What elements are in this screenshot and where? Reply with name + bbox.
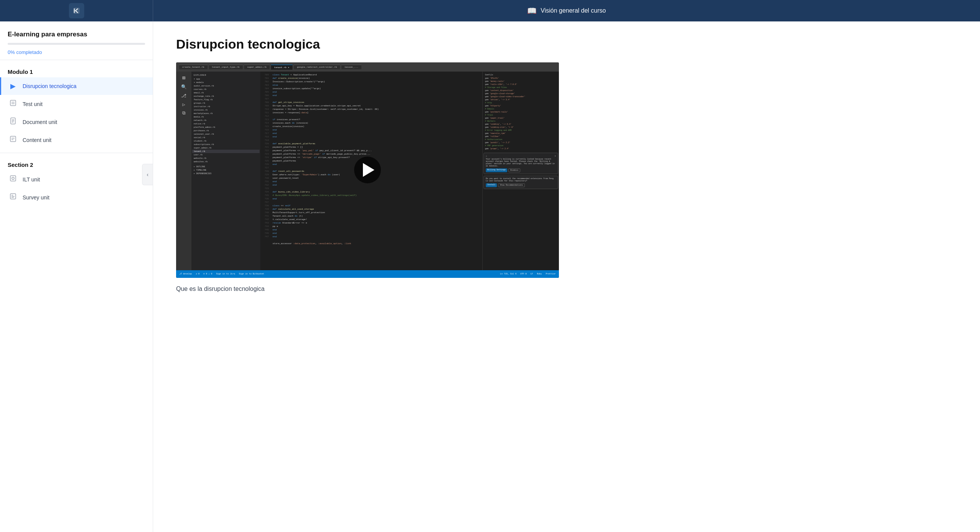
extensions-actions: Install Show Recommendations [486, 183, 556, 187]
top-nav: 📖 Visión general del curso [0, 0, 980, 21]
gem-paper-trail: gem 'paper_trail' [483, 117, 558, 120]
vscode-file-purchases: purchases.rb [192, 129, 260, 132]
survey-icon [9, 193, 17, 202]
sidebar-item-label-iltunit: ILT unit [23, 176, 40, 183]
gem-comment-auth: # Authorization [483, 138, 558, 141]
vscode-file-website: website.rb [192, 157, 260, 160]
line-ending: LF [531, 273, 533, 275]
vscode-file-network: network.rb [192, 119, 260, 122]
extensions-text: Do you want to install the recommended e… [486, 178, 556, 182]
gem-rails-i18n: gem 'rails-i18n', '~> 7.0.6' [483, 83, 558, 86]
gem-httparty: gem 'httparty' [483, 104, 558, 108]
notification-close[interactable]: ✕ [555, 155, 556, 157]
git-icon: ⎇ [181, 93, 186, 99]
search-sidebar-icon: 🔍 [181, 84, 187, 90]
gemfile-title: Gemfile [483, 73, 558, 77]
ilt-icon [9, 175, 17, 184]
vscode-file-instructor: instructor.rb [192, 105, 260, 108]
vscode-folder-deps: ▸ DEPENDENCIES [192, 172, 260, 175]
gem-comment-trail: # Trail [483, 114, 558, 117]
tab-google-redirect: google_redirect_controller.rb [294, 65, 340, 69]
svg-rect-1 [10, 100, 16, 106]
gem-comment-apm: # Error logging and APM [483, 129, 558, 132]
svg-rect-11 [10, 176, 16, 181]
vscode-file-app: ▾ app [192, 77, 260, 81]
content-title: Disrupcion tecnologica [176, 37, 957, 52]
back-button[interactable] [69, 3, 84, 18]
show-recommendations-button[interactable]: Show Recommendations [498, 183, 525, 187]
sidebar: E-learning para empresas 0% completado M… [0, 21, 153, 532]
gem-sidekiq-cron: gem 'sidekiq-cron', '< 8' [483, 126, 558, 129]
billing-notification: ⚠ ✕ Your account's billing is currently … [483, 153, 558, 174]
install-button[interactable]: Install [486, 183, 497, 187]
tab-lesson: lesson_... [341, 65, 361, 69]
sidebar-item-surveyunit[interactable]: Survey unit [0, 188, 153, 206]
tab-tenant-input: tenant_input_type.rb [209, 65, 243, 69]
course-title: E-learning para empresas [0, 21, 153, 41]
gem-comment-emails: # Emails [483, 108, 558, 111]
gem-comment-pdf: # PDF generation [483, 144, 558, 147]
gem-gcs-video: gem 'google-cloud-video-transcoder' [483, 95, 558, 98]
vscode-folder-outline: ▸ OUTLINE [192, 165, 260, 168]
vscode-file-tenant: tenant.rb [192, 150, 260, 153]
content-description: Que es la disrupcion tecnologica [176, 286, 957, 292]
vscode-folder-timeline: ▸ TIMELINE [192, 168, 260, 172]
jira-signin: Sign in to Jira [216, 273, 235, 275]
play-triangle-icon [363, 163, 374, 177]
vscode-file-social: social.rb [192, 136, 260, 139]
explorer-title: EXPLORER [192, 73, 260, 77]
vscode-file-subscriptions: subscriptions.rb [192, 143, 260, 146]
sidebar-item-testunit[interactable]: Test unit [0, 95, 153, 113]
progress-label: 0% completado [0, 48, 153, 60]
vscode-file-user: user.rb [192, 153, 260, 157]
billing-text: Your account's billing is currently lock… [486, 158, 556, 167]
sidebar-collapse-button[interactable]: ‹ [142, 164, 153, 185]
billing-settings-button[interactable]: Billing Settings [486, 168, 507, 172]
gem-comment-workers: # Workers [483, 120, 558, 123]
gem-money-rails: gem 'money-rails' [483, 80, 558, 83]
explorer-icon: ⊞ [182, 75, 185, 81]
gem-shrine: gem 'shrine', '~> 3.4' [483, 98, 558, 101]
svg-point-12 [12, 177, 14, 180]
vscode-file-superadmin: super_admin.rb [192, 146, 260, 150]
sidebar-item-iltunit[interactable]: ILT unit [0, 170, 153, 188]
gem-newrelic: gem 'newrelic_rpm' [483, 132, 558, 135]
progress-bar-track [8, 43, 145, 45]
section-1-header: Modulo 1 [0, 63, 153, 77]
encoding: UTF-8 [520, 273, 527, 275]
tab-tenant: tenant.rb ✕ [271, 65, 292, 70]
extensions-icon: ⧉ [182, 111, 186, 116]
vscode-file-groups: groups.rb [192, 101, 260, 105]
nav-right-section: 📖 Visión general del curso [153, 6, 980, 15]
gem-pundit: gem 'pundit', '~> 2.2' [483, 141, 558, 144]
extensions-notification: Do you want to install the recommended e… [483, 176, 558, 189]
vscode-file-email: email.rb [192, 91, 260, 95]
video-screenshot: create_tenant.rb tenant_input_type.rb su… [176, 62, 559, 278]
sidebar-item-disrupcion[interactable]: ▶ Disrupcion tecnologica [0, 77, 153, 95]
sidebar-item-label-documentunit: Document unit [23, 119, 57, 125]
sidebar-item-label-disrupcion: Disrupcion tecnologica [23, 83, 77, 89]
prettier: Prettier [546, 273, 556, 275]
vscode-file-notice: notice.rb [192, 122, 260, 126]
vscode-explorer: EXPLORER ▾ app ▾ models audit_version.rb… [191, 72, 260, 270]
sidebar-item-documentunit[interactable]: Document unit [0, 113, 153, 131]
divider-1 [0, 60, 153, 60]
play-button[interactable] [354, 157, 381, 183]
play-icon: ▶ [9, 82, 17, 90]
billing-dismiss-button[interactable]: Dismiss [508, 168, 520, 172]
gem-prawn: gem 'prawn', '~> 2.4' [483, 147, 558, 150]
gem-postmark: gem 'postmark-rails' [483, 111, 558, 114]
sidebar-item-label-testunit: Test unit [23, 101, 42, 107]
tab-super-admin: super_admin.rb [244, 65, 270, 69]
vscode-file-models: ▾ models [192, 81, 260, 84]
vscode-file-courses: courses.rb [192, 88, 260, 91]
sidebar-item-contentunit[interactable]: Content unit [0, 131, 153, 149]
vscode-file-feature: feature_flag.rb [192, 98, 260, 101]
vscode-file-exchange: exchange_rate.rb [192, 95, 260, 98]
line-col: Ln 715, Col 6 [500, 273, 516, 275]
divider-2 [0, 153, 153, 153]
video-player[interactable]: create_tenant.rb tenant_input_type.rb su… [176, 62, 559, 278]
book-icon: 📖 [527, 6, 537, 15]
gem-comment-http: # http [483, 101, 558, 104]
error-status: ⊘ 0 ⚠ 0 [203, 273, 212, 275]
